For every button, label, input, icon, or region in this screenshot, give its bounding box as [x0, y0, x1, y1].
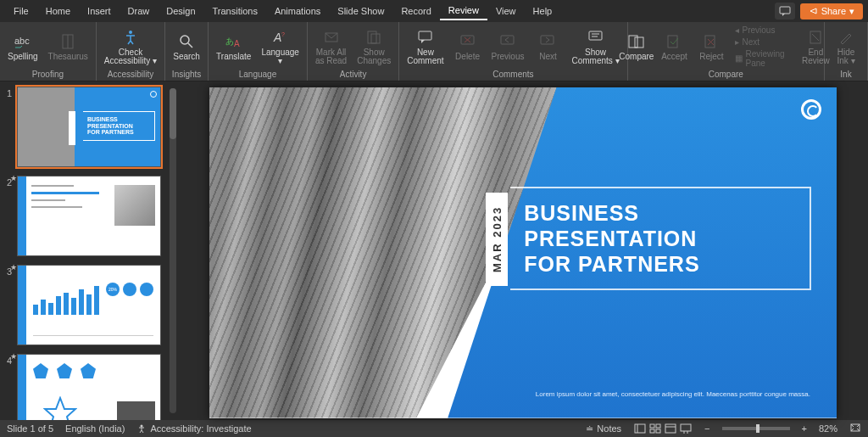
sorter-view-icon[interactable]: [648, 423, 662, 434]
share-button[interactable]: Share ▾: [800, 3, 863, 20]
svg-rect-13: [371, 34, 380, 43]
svg-text:?: ?: [281, 31, 285, 37]
menu-review[interactable]: Review: [440, 2, 487, 20]
reviewing-pane: ▦ Reviewing Pane: [732, 48, 794, 69]
slide-canvas[interactable]: MAR 2023 BUSINESSPRESENTATIONFOR PARTNER…: [178, 81, 868, 420]
slide-logo-icon: [801, 99, 821, 120]
status-accessibility[interactable]: Accessibility: Investigate: [136, 423, 251, 434]
svg-rect-24: [635, 37, 643, 48]
svg-text:A: A: [234, 39, 240, 48]
menu-transitions[interactable]: Transitions: [204, 3, 266, 20]
svg-rect-0: [780, 7, 790, 14]
fit-to-window-icon[interactable]: [849, 423, 861, 434]
menu-draw[interactable]: Draw: [120, 3, 159, 20]
compare-next: ▸ Next: [732, 36, 794, 48]
comments-pane-icon[interactable]: [775, 3, 795, 20]
ribbon-group-proofing: abc Spelling Thesaurus Proofing: [0, 22, 97, 81]
zoom-out[interactable]: −: [704, 423, 709, 434]
check-accessibility-button[interactable]: Check Accessibility ▾: [102, 26, 159, 67]
prev-comment-icon: [498, 32, 517, 51]
new-comment-button[interactable]: New Comment: [404, 26, 446, 67]
menu-slideshow[interactable]: Slide Show: [329, 3, 392, 20]
slide-thumbnail-4[interactable]: [17, 354, 161, 420]
svg-point-5: [181, 36, 189, 44]
slide-date-box: MAR 2023: [486, 193, 508, 286]
svg-rect-35: [656, 424, 660, 428]
thumb-number: 2: [2, 176, 12, 256]
compare-button[interactable]: Compare: [620, 31, 653, 63]
thumb-number: 1: [2, 87, 12, 167]
end-review-button: End Review: [799, 26, 832, 67]
menu-animations[interactable]: Animations: [266, 3, 329, 20]
slide-thumbnail-2[interactable]: [17, 176, 161, 256]
mark-all-read-button: Mark All as Read: [313, 26, 349, 67]
status-slide-number: Slide 1 of 5: [7, 423, 53, 434]
ribbon-group-comments: New Comment Delete Previous Next Show Co…: [399, 22, 627, 81]
reject-icon: [702, 32, 721, 51]
language-icon: A?: [271, 28, 290, 47]
svg-text:abc: abc: [14, 36, 30, 46]
zoom-in[interactable]: +: [802, 423, 807, 434]
menu-bar: File Home Insert Draw Design Transitions…: [0, 0, 868, 22]
accept-button: Accept: [658, 31, 690, 63]
ribbon-group-activity: Mark All as Read Show Changes Activity: [308, 22, 399, 81]
menu-design[interactable]: Design: [158, 3, 203, 20]
status-language[interactable]: English (India): [65, 423, 125, 434]
show-comments-icon: [587, 28, 605, 47]
normal-view-icon[interactable]: [633, 423, 647, 434]
svg-rect-38: [665, 424, 676, 433]
view-mode-buttons: [633, 423, 693, 434]
menu-home[interactable]: Home: [37, 3, 79, 20]
new-comment-icon: [416, 28, 435, 47]
ribbon: abc Spelling Thesaurus Proofing Check Ac…: [0, 22, 868, 81]
show-comments-button[interactable]: Show Comments ▾: [569, 26, 621, 67]
search-button[interactable]: Search: [170, 31, 203, 63]
reject-button: Reject: [695, 31, 727, 63]
show-changes-icon: [364, 28, 383, 47]
slide-thumbnail-3[interactable]: 20%: [17, 265, 161, 345]
delete-comment-icon: [459, 32, 477, 51]
mark-read-icon: [322, 28, 341, 47]
zoom-value[interactable]: 82%: [819, 423, 837, 434]
status-bar: Slide 1 of 5 English (India) Accessibili…: [0, 420, 868, 437]
slide-thumbnail-1[interactable]: BUSINESSPRESENTATIONFOR PARTNERS: [17, 87, 161, 167]
translate-button[interactable]: あA Translate: [214, 31, 253, 63]
svg-rect-12: [368, 31, 376, 43]
translate-icon: あA: [225, 32, 243, 51]
menu-help[interactable]: Help: [525, 3, 561, 20]
svg-rect-19: [541, 36, 554, 44]
menu-insert[interactable]: Insert: [79, 3, 120, 20]
svg-rect-32: [635, 424, 645, 433]
language-button[interactable]: A? Language ▾: [259, 26, 302, 67]
svg-rect-40: [681, 424, 691, 431]
current-slide[interactable]: MAR 2023 BUSINESSPRESENTATIONFOR PARTNER…: [209, 87, 837, 418]
slideshow-view-icon[interactable]: [679, 423, 693, 434]
thesaurus-button: Thesaurus: [46, 31, 91, 63]
compare-icon: [627, 32, 646, 51]
menu-record[interactable]: Record: [392, 3, 439, 20]
svg-rect-18: [501, 36, 514, 44]
thesaurus-icon: [58, 32, 77, 51]
svg-rect-14: [419, 31, 431, 40]
prev-comment-button: Previous: [489, 31, 527, 63]
reading-view-icon[interactable]: [664, 423, 677, 434]
svg-point-31: [141, 425, 143, 428]
compare-prev: ◂ Previous: [732, 25, 794, 36]
search-icon: [177, 32, 196, 51]
slide-subtitle: Lorem ipsum dolor sit amet, consectetuer…: [536, 390, 812, 398]
svg-rect-37: [656, 429, 660, 433]
workspace: 1 BUSINESSPRESENTATIONFOR PARTNERS 2 ★ 3: [0, 81, 868, 420]
hide-ink-button: Hide Ink ▾: [830, 26, 862, 67]
zoom-slider[interactable]: [722, 427, 790, 430]
svg-rect-20: [589, 31, 602, 40]
ribbon-group-insights: Search Insights: [165, 22, 209, 81]
show-changes-button: Show Changes: [354, 26, 393, 67]
thumbnail-panel: 1 BUSINESSPRESENTATIONFOR PARTNERS 2 ★ 3: [0, 81, 178, 420]
menu-view[interactable]: View: [487, 3, 525, 20]
notes-button[interactable]: ≐ Notes: [586, 423, 621, 434]
thumb-number: 4: [2, 354, 12, 420]
menu-file[interactable]: File: [5, 3, 37, 20]
spelling-button[interactable]: abc Spelling: [5, 31, 41, 63]
thumbnail-scrollbar[interactable]: [170, 88, 176, 413]
spelling-icon: abc: [14, 32, 32, 51]
